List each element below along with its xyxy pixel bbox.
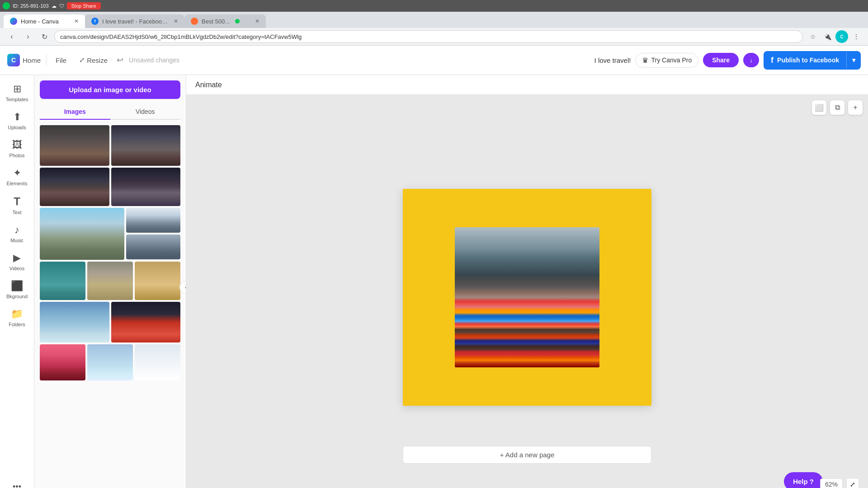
tab-best-close[interactable]: ✕ — [255, 18, 259, 24]
sidebar-item-folders[interactable]: 📁 Folders — [2, 304, 33, 332]
zoom-level-display: 62% — [820, 479, 843, 488]
photos-label: Photos — [9, 153, 24, 158]
tab-fb-post-label: I love travel! - Facebook Post — [102, 18, 170, 25]
collapse-panel-button[interactable]: ‹ — [179, 281, 186, 294]
help-button[interactable]: Help ? — [784, 472, 823, 488]
canva-favicon — [10, 18, 17, 25]
content-tabs: Images Videos — [40, 104, 180, 120]
extension-button[interactable]: 🔌 — [821, 30, 834, 43]
canvas-image[interactable] — [455, 227, 599, 367]
tab-fb-post[interactable]: f I love travel! - Facebook Post ✕ — [85, 14, 184, 28]
uploads-icon: ⬆ — [13, 111, 21, 123]
browser-toolbar: ‹ › ↻ ☆ 🔌 C ⋮ — [0, 28, 868, 46]
publish-to-facebook-button[interactable]: f Publish to Facebook ▾ — [764, 51, 861, 70]
canva-logo-icon: C — [7, 54, 20, 66]
stop-share-button[interactable]: Stop Share — [67, 2, 101, 9]
sidebar-item-videos[interactable]: ▶ Videos — [2, 248, 33, 276]
tab-images[interactable]: Images — [40, 104, 110, 120]
publish-fb-main[interactable]: f Publish to Facebook — [764, 51, 846, 70]
tab-canva-home-label: Home - Canva — [21, 18, 59, 25]
list-item[interactable] — [40, 125, 109, 166]
toolbar-actions: ☆ 🔌 C ⋮ — [807, 30, 863, 43]
sidebar-item-photos[interactable]: 🖼 Photos — [2, 135, 33, 163]
templates-label: Templates — [5, 97, 28, 102]
add-new-page-button[interactable]: + Add a new page — [403, 446, 651, 464]
sidebar-item-background[interactable]: ⬛ Bkground — [2, 276, 33, 304]
list-item[interactable] — [40, 208, 124, 260]
address-bar[interactable] — [54, 30, 803, 43]
copy-icon: ⧉ — [835, 103, 840, 112]
list-item[interactable] — [111, 302, 181, 343]
more-icon: ••• — [13, 482, 21, 488]
list-item[interactable] — [87, 262, 133, 300]
sidebar-item-uploads[interactable]: ⬆ Uploads — [2, 107, 33, 135]
tab-best[interactable]: Best 500... ✕ — [184, 14, 266, 28]
uploads-label: Uploads — [8, 125, 26, 130]
canva-ext-button[interactable]: C — [835, 30, 848, 43]
plus-icon: + — [853, 103, 857, 112]
list-item[interactable] — [126, 235, 180, 259]
sidebar-item-templates[interactable]: ⊞ Templates — [2, 79, 33, 107]
share-id-label: ID: 255-891-103 — [13, 3, 49, 9]
videos-icon: ▶ — [13, 252, 21, 264]
publish-fb-dropdown[interactable]: ▾ — [846, 52, 861, 68]
header-divider — [46, 55, 47, 66]
document-title: I love travel! — [594, 56, 631, 64]
text-icon: T — [14, 195, 20, 208]
chevron-down-icon: ▾ — [852, 56, 855, 64]
photos-icon: 🖼 — [12, 139, 22, 151]
browser-tabs: Home - Canva ✕ f I love travel! - Facebo… — [0, 12, 868, 28]
list-item[interactable] — [87, 344, 133, 380]
upload-button[interactable]: Upload an image or video — [40, 80, 180, 99]
list-item[interactable] — [135, 262, 180, 300]
animate-bar: Animate — [186, 75, 868, 95]
download-button[interactable]: ↓ — [743, 53, 759, 67]
sidebar-item-elements[interactable]: ✦ Elements — [2, 163, 33, 191]
copy-button[interactable]: ⧉ — [830, 100, 844, 115]
folders-icon: 📁 — [11, 308, 23, 320]
tab-canva-home[interactable]: Home - Canva ✕ — [4, 14, 85, 28]
try-canva-pro-button[interactable]: ♛ Try Canva Pro — [635, 53, 698, 68]
browser-chrome: ID: 255-891-103 ☁ 🛡 Stop Share Home - Ca… — [0, 0, 868, 46]
canvas-workspace: ⬜ ⧉ + + Add a new page Help ? — [186, 95, 868, 488]
list-item[interactable] — [40, 262, 85, 300]
list-item[interactable] — [111, 125, 181, 166]
forward-button[interactable]: › — [22, 30, 34, 43]
share-bar: ID: 255-891-103 ☁ 🛡 Stop Share — [0, 0, 868, 12]
unsaved-changes-text: Unsaved changes — [129, 56, 179, 64]
app-header: C Home File ⤢ Resize ↩ Unsaved changes I… — [0, 46, 868, 75]
list-item[interactable] — [40, 302, 109, 343]
bookmark-button[interactable]: ☆ — [807, 30, 819, 43]
share-button[interactable]: Share — [703, 53, 739, 67]
canvas-controls: ⬜ ⧉ + — [812, 100, 863, 115]
list-item[interactable] — [40, 344, 85, 380]
frame-button[interactable]: ⬜ — [812, 100, 826, 115]
publish-fb-label: Publish to Facebook — [777, 56, 839, 64]
list-item[interactable] — [135, 344, 180, 380]
home-button[interactable]: C Home — [7, 54, 41, 66]
videos-label: Videos — [9, 266, 24, 271]
settings-button[interactable]: ⋮ — [850, 30, 863, 43]
tab-videos[interactable]: Videos — [110, 104, 181, 119]
back-button[interactable]: ‹ — [5, 30, 18, 43]
undo-button[interactable]: ↩ — [117, 55, 123, 65]
tab-canva-home-close[interactable]: ✕ — [74, 18, 79, 24]
list-item[interactable] — [126, 208, 180, 233]
facebook-icon: f — [771, 56, 774, 65]
sidebar-item-text[interactable]: T Text — [2, 191, 33, 220]
file-button[interactable]: File — [52, 55, 70, 66]
shield-icon: 🛡 — [59, 3, 64, 9]
list-item[interactable] — [111, 168, 181, 206]
share-indicator — [235, 19, 240, 23]
sidebar-item-music[interactable]: ♪ Music — [2, 220, 33, 248]
animate-button[interactable]: Animate — [195, 81, 222, 89]
list-item[interactable] — [40, 168, 109, 206]
frame-icon: ⬜ — [815, 103, 824, 112]
header-left: C Home File ⤢ Resize ↩ Unsaved changes — [7, 54, 179, 66]
add-button[interactable]: + — [848, 100, 863, 115]
resize-button[interactable]: ⤢ Resize — [75, 54, 111, 66]
sidebar-more-button[interactable]: ••• — [2, 478, 33, 488]
refresh-button[interactable]: ↻ — [38, 30, 51, 43]
tab-fb-post-close[interactable]: ✕ — [174, 18, 178, 24]
zoom-expand-button[interactable]: ⤢ — [846, 478, 859, 488]
